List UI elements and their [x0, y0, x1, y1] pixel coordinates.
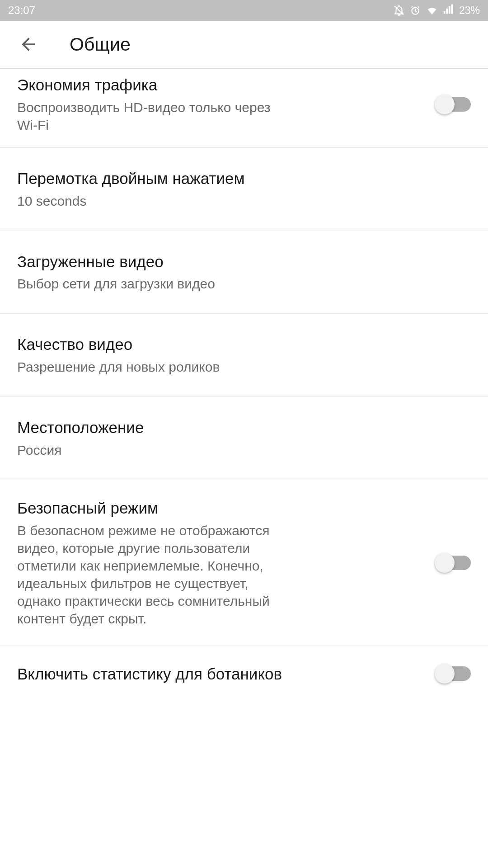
restricted-mode-toggle[interactable]	[436, 556, 471, 570]
page-title: Общие	[70, 34, 131, 55]
setting-title: Загруженные видео	[17, 252, 471, 272]
status-icons: 23%	[393, 4, 480, 17]
setting-restricted-mode[interactable]: Безопасный режим В безопасном режиме не …	[0, 480, 488, 646]
wifi-icon	[426, 4, 438, 17]
setting-subtitle: Воспроизводить HD-видео только через Wi-…	[17, 99, 288, 134]
setting-data-saver[interactable]: Экономия трафика Воспроизводить HD-видео…	[0, 69, 488, 148]
stats-toggle[interactable]	[436, 666, 471, 681]
setting-location[interactable]: Местоположение Россия	[0, 397, 488, 480]
setting-title: Местоположение	[17, 418, 471, 438]
back-button[interactable]	[17, 33, 40, 56]
setting-subtitle: 10 seconds	[17, 192, 471, 210]
setting-title: Безопасный режим	[17, 498, 420, 518]
back-arrow-icon	[19, 34, 38, 54]
setting-video-quality[interactable]: Качество видео Разрешение для новых роли…	[0, 314, 488, 397]
setting-title: Перемотка двойным нажатием	[17, 169, 471, 189]
battery-percent: 23%	[459, 5, 480, 17]
setting-subtitle: Разрешение для новых роликов	[17, 358, 471, 376]
setting-double-tap-seek[interactable]: Перемотка двойным нажатием 10 seconds	[0, 148, 488, 231]
alarm-icon	[409, 5, 421, 16]
setting-stats-for-nerds[interactable]: Включить статистику для ботаников	[0, 646, 488, 702]
signal-icon	[443, 5, 455, 16]
mute-icon	[393, 5, 405, 16]
setting-subtitle: Выбор сети для загрузки видео	[17, 275, 471, 292]
data-saver-toggle[interactable]	[436, 97, 471, 112]
status-time: 23:07	[8, 4, 35, 17]
setting-subtitle: Россия	[17, 441, 471, 459]
settings-list: Экономия трафика Воспроизводить HD-видео…	[0, 69, 488, 702]
setting-title: Экономия трафика	[17, 75, 420, 95]
setting-title: Качество видео	[17, 335, 471, 354]
app-bar: Общие	[0, 21, 488, 69]
setting-downloads[interactable]: Загруженные видео Выбор сети для загрузк…	[0, 231, 488, 314]
setting-subtitle: В безопасном режиме не отображаются виде…	[17, 522, 293, 627]
status-time-text: 23:07	[8, 4, 35, 17]
status-bar: 23:07 23%	[0, 0, 488, 21]
setting-title: Включить статистику для ботаников	[17, 664, 420, 684]
